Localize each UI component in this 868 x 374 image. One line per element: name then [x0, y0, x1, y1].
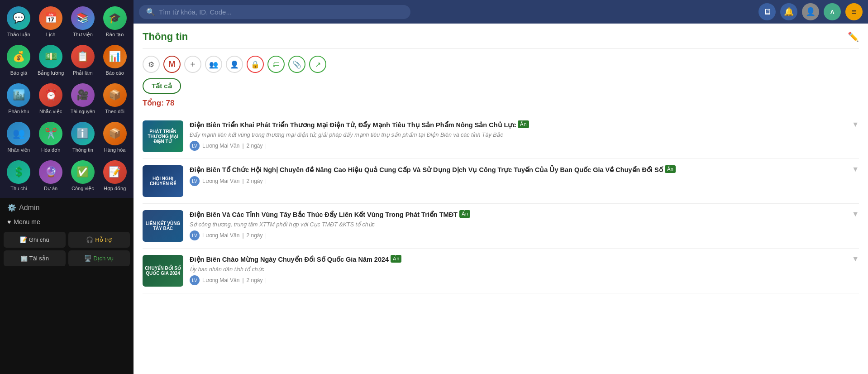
separator-4: |	[242, 277, 243, 283]
sidebar-item-hang-hoa[interactable]: 📦 Hàng hóa	[100, 119, 130, 156]
sidebar: 💬 Thảo luận 📅 Lịch 📚 Thư viện 🎓 Đào tạo …	[0, 0, 134, 374]
sidebar-icon-du-an: 🔮	[39, 160, 62, 184]
news-title-2: Điện Biên Tổ Chức Hội Nghị Chuyên đề Nân…	[190, 165, 845, 174]
sidebar-item-bao-cao[interactable]: 📊 Báo cáo	[100, 42, 130, 79]
sidebar-item-nhac-viec[interactable]: ⏰ Nhắc việc	[36, 81, 66, 117]
dich-vu-label: Dịch vụ	[93, 255, 114, 262]
sidebar-label-hang-hoa: Hàng hóa	[104, 147, 126, 153]
news-item-3[interactable]: LIÊN KẾT VÙNG TÂY BẮC Điện Biên Và Các T…	[143, 204, 859, 249]
sidebar-item-hoa-don[interactable]: ✂️ Hóa đơn	[36, 119, 66, 156]
sidebar-label-du-an: Dự án	[44, 186, 57, 192]
sidebar-item-cong-viec[interactable]: ✅ Công việc	[68, 158, 98, 194]
filter-settings-button[interactable]: ⚙	[143, 56, 160, 73]
sidebar-label-phan-khu: Phân khu	[8, 109, 29, 114]
sidebar-icon-nhac-viec: ⏰	[39, 83, 62, 107]
sidebar-item-dao-tao[interactable]: 🎓 Đào tạo	[100, 4, 130, 40]
sidebar-item-nhan-vien[interactable]: 👥 Nhân viên	[4, 119, 34, 156]
tai-san-button[interactable]: 🏢 Tài sản	[4, 250, 66, 266]
search-box[interactable]: 🔍	[139, 5, 410, 19]
news-thumbnail-4: CHUYỂN ĐỔI SỐ QUỐC GIA 2024	[143, 255, 183, 287]
filter-bar: ⚙ M + 👥 👤 🔒 🏷 📎 ↗	[143, 56, 859, 73]
sidebar-item-menu-me[interactable]: ♥ Menu me	[4, 216, 130, 227]
logo2-button[interactable]: ≡	[845, 3, 863, 20]
sidebar-item-theo-doi[interactable]: 📦 Theo dõi	[100, 81, 130, 117]
news-item-4[interactable]: CHUYỂN ĐỔI SỐ QUỐC GIA 2024 Điện Biên Ch…	[143, 249, 859, 293]
main-area: 🔍 🖥 🔔 👤 Λ ≡ Thông tin ✏️ ⚙ M + 👥	[134, 0, 868, 374]
news-item-2[interactable]: HỘI NGHỊ CHUYÊN ĐỀ Điện Biên Tổ Chức Hội…	[143, 159, 859, 204]
sidebar-item-thu-chi[interactable]: 💲 Thu chi	[4, 158, 34, 194]
sidebar-icon-bang-luong: 💵	[39, 45, 62, 68]
sidebar-item-bang-luong[interactable]: 💵 Bảng lương	[36, 42, 66, 79]
sidebar-icon-tai-nguyen: 🎥	[71, 83, 95, 107]
search-icon: 🔍	[146, 8, 155, 16]
headset-icon: 🎧	[86, 236, 93, 243]
content-header: Thông tin ✏️	[143, 31, 859, 48]
search-input[interactable]	[159, 8, 403, 16]
clip-filter-button[interactable]: 📎	[288, 56, 305, 73]
sidebar-icon-hoa-don: ✂️	[39, 122, 62, 145]
share-filter-button[interactable]: ↗	[309, 56, 326, 73]
sidebar-item-bao-gia[interactable]: 💰 Báo giá	[4, 42, 34, 79]
avatar-button[interactable]: 👤	[802, 3, 819, 20]
sidebar-item-phan-khu[interactable]: 🏙️ Phân khu	[4, 81, 34, 117]
note-icon: 📝	[20, 236, 27, 243]
sidebar-item-lich[interactable]: 📅 Lịch	[36, 4, 66, 40]
news-item-1[interactable]: PHÁT TRIỂN THƯƠNG MẠI ĐIỆN TỬ Điện Biên …	[143, 114, 859, 159]
sidebar-icon-phan-khu: 🏙️	[7, 83, 30, 107]
edit-button[interactable]: ✏️	[848, 31, 859, 42]
building-icon: 🏢	[20, 255, 28, 262]
sidebar-icon-theo-doi: 📦	[103, 83, 127, 107]
news-title-3: Điện Biên Và Các Tỉnh Vùng Tây Bắc Thúc …	[190, 210, 845, 219]
sidebar-label-lich: Lịch	[46, 32, 56, 38]
sidebar-item-du-an[interactable]: 🔮 Dự án	[36, 158, 66, 194]
sidebar-item-tai-nguyen[interactable]: 🎥 Tài nguyên	[68, 81, 98, 117]
sidebar-item-hop-dong[interactable]: 📝 Hợp đồng	[100, 158, 130, 194]
menu-me-label: Menu me	[14, 218, 40, 225]
time-4: 2 ngày |	[247, 277, 266, 283]
notification-button[interactable]: 🔔	[780, 3, 797, 20]
sidebar-bottom: ⚙️ Admin ♥ Menu me 📝 Ghi chú 🎧 Hỗ trợ 🏢 …	[0, 198, 134, 374]
sidebar-item-thao-luan[interactable]: 💬 Thảo luận	[4, 4, 34, 40]
news-meta-4: LV Lương Mai Văn | 2 ngày |	[190, 275, 845, 285]
author-name-3: Lương Mai Văn	[202, 232, 239, 239]
separator-3: |	[242, 232, 243, 239]
logo1-button[interactable]: Λ	[824, 3, 841, 20]
sidebar-item-thong-tin[interactable]: ℹ️ Thông tin	[68, 119, 98, 156]
news-meta-2: LV Lương Mai Văn | 2 ngày |	[190, 176, 845, 186]
monitor-button[interactable]: 🖥	[758, 3, 776, 20]
user-filter-button[interactable]: 👤	[226, 56, 243, 73]
sidebar-icon-phai-lam: 📋	[71, 45, 95, 68]
sidebar-item-admin[interactable]: ⚙️ Admin	[4, 201, 130, 214]
page-title: Thông tin	[143, 31, 188, 43]
badge-an-3: Ẩn	[459, 210, 470, 218]
news-subtitle-1: Đẩy mạnh liên kết vùng trong thương mại …	[190, 131, 845, 138]
time-1: 2 ngày |	[247, 143, 266, 149]
sidebar-icon-bao-cao: 📊	[103, 45, 127, 68]
sidebar-item-thu-vien[interactable]: 📚 Thư viện	[68, 4, 98, 40]
mail-filter-button[interactable]: M	[163, 56, 181, 73]
sidebar-icon-bao-gia: 💰	[7, 45, 30, 68]
tag-filter-button[interactable]: 🏷	[267, 56, 285, 73]
sidebar-label-tai-nguyen: Tài nguyên	[71, 109, 95, 114]
sidebar-item-phai-lam[interactable]: 📋 Phải làm	[68, 42, 98, 79]
ghi-chu-button[interactable]: 📝 Ghi chú	[4, 232, 66, 248]
lock-filter-button[interactable]: 🔒	[247, 56, 264, 73]
chevron-down-icon-4: ▼	[852, 255, 859, 263]
author-avatar-4: LV	[190, 275, 200, 285]
sidebar-label-thong-tin: Thông tin	[72, 147, 93, 153]
sidebar-label-thao-luan: Thảo luận	[7, 32, 30, 38]
news-thumbnail-2: HỘI NGHỊ CHUYÊN ĐỀ	[143, 165, 183, 197]
news-title-4: Điện Biên Chào Mừng Ngày Chuyển Đổi Số Q…	[190, 255, 845, 264]
all-button[interactable]: Tất cả	[143, 78, 181, 94]
time-2: 2 ngày |	[247, 178, 266, 184]
header: 🔍 🖥 🔔 👤 Λ ≡	[134, 0, 868, 24]
sidebar-icon-thu-chi: 💲	[7, 160, 30, 184]
sidebar-label-nhac-viec: Nhắc việc	[39, 109, 62, 115]
sidebar-icon-dao-tao: 🎓	[103, 6, 127, 30]
add-filter-button[interactable]: +	[184, 56, 201, 73]
group-filter-button[interactable]: 👥	[205, 56, 222, 73]
sidebar-grid: 💬 Thảo luận 📅 Lịch 📚 Thư viện 🎓 Đào tạo …	[0, 0, 134, 198]
news-subtitle-4: Ủy ban nhân dân tỉnh tổ chức	[190, 266, 845, 273]
dich-vu-button[interactable]: 🖥️ Dịch vụ	[68, 250, 130, 266]
ho-tro-button[interactable]: 🎧 Hỗ trợ	[68, 232, 130, 248]
